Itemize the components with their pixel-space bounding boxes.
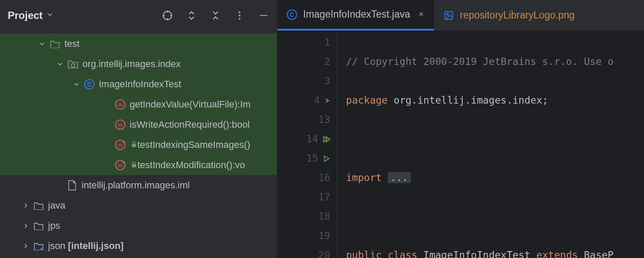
svg-text:m: m — [118, 162, 123, 169]
more-icon[interactable] — [234, 10, 245, 21]
svg-text:m: m — [118, 101, 123, 108]
svg-text:C: C — [290, 11, 294, 18]
tree-row[interactable]: m testIndexingSameImages() — [0, 135, 277, 155]
tree-row[interactable]: mgetIndexValue(VirtualFile):Im — [0, 94, 277, 114]
code-kw: import — [346, 172, 382, 183]
gutter-line[interactable]: 2 — [277, 52, 330, 71]
gutter-line[interactable]: 16 — [277, 168, 330, 187]
collapse-all-icon[interactable] — [210, 10, 221, 21]
folder-green-icon — [49, 40, 61, 48]
expand-arrow-icon[interactable] — [21, 242, 30, 250]
folder-json-icon — [33, 242, 45, 250]
line-number: 19 — [315, 226, 330, 246]
folder-grey-icon — [33, 221, 45, 230]
code-kw: class — [388, 249, 417, 258]
gutter-line[interactable]: 19 — [277, 226, 330, 246]
line-number: 15 — [303, 149, 318, 168]
class-icon: C — [83, 79, 95, 89]
tree-label: test — [64, 38, 79, 49]
svg-point-9 — [71, 64, 75, 67]
sidebar-title[interactable]: Project — [8, 9, 43, 22]
run-gutter-icon[interactable] — [322, 135, 330, 143]
file-icon — [66, 180, 78, 191]
image-icon — [444, 10, 454, 21]
expand-arrow-icon[interactable] — [72, 80, 81, 88]
tree-row[interactable]: org.intellij.images.index — [0, 54, 277, 74]
gutter-line[interactable]: 15 — [277, 149, 330, 168]
tree-row[interactable]: m testIndexModification():vo — [0, 155, 277, 175]
tree-row[interactable]: json [intellij.json] — [0, 236, 277, 256]
expand-arrow-icon[interactable] — [21, 202, 30, 209]
svg-rect-19 — [132, 144, 136, 147]
tab-label: repositoryLibraryLogo.png — [460, 9, 574, 21]
editor-tab[interactable]: CImageInfoIndexTest.java — [277, 0, 434, 31]
svg-point-7 — [239, 18, 240, 19]
expand-arrow-icon[interactable] — [38, 40, 46, 48]
gutter-line[interactable]: 20 — [277, 246, 330, 258]
method-run-icon: m — [114, 140, 126, 150]
tree-label: getIndexValue(VirtualFile):Im — [130, 99, 251, 110]
svg-point-6 — [239, 14, 240, 16]
folder-grey-icon — [33, 201, 45, 210]
gutter-line[interactable]: 18 — [277, 207, 330, 226]
minimize-icon[interactable] — [258, 10, 269, 21]
editor-pane: CImageInfoIndexTest.javarepositoryLibrar… — [277, 0, 644, 258]
method-icon: m — [114, 120, 126, 130]
line-number: 14 — [303, 129, 318, 149]
tree-label: json — [48, 240, 65, 252]
svg-text:C: C — [87, 81, 91, 88]
gutter: 12341314151617181920 — [277, 31, 337, 258]
class-icon: C — [287, 9, 297, 20]
tree-row[interactable]: java — [0, 195, 277, 215]
close-tab-icon[interactable] — [418, 9, 425, 20]
tree-row[interactable]: jps — [0, 215, 277, 236]
gutter-line[interactable]: 4 — [277, 91, 330, 110]
svg-marker-33 — [325, 156, 329, 161]
svg-point-5 — [239, 11, 240, 13]
line-number: 2 — [315, 52, 330, 71]
code[interactable]: // Copyright 2000-2019 JetBrains s.r.o. … — [337, 31, 644, 258]
expand-arrow-icon[interactable] — [21, 222, 30, 230]
tree-label: jps — [48, 220, 60, 231]
project-sidebar: Project — [0, 0, 277, 258]
code-kw: package — [346, 95, 388, 106]
code-text: ImageInfoIndexTest — [423, 249, 530, 258]
tree-row[interactable]: test — [0, 34, 277, 54]
lock-icon — [130, 160, 137, 171]
tree-row[interactable]: intellij.platform.images.iml — [0, 175, 277, 195]
gutter-line[interactable]: 1 — [277, 33, 330, 52]
method-icon: m — [114, 99, 126, 110]
code-text: // Copyright 2000-2019 JetBrains s.r.o. … — [346, 56, 614, 67]
svg-rect-29 — [445, 12, 453, 19]
target-icon[interactable] — [162, 10, 173, 21]
expand-arrow-icon[interactable] — [56, 60, 64, 68]
gutter-line[interactable]: 14 — [277, 129, 330, 149]
tree-label: ImageInfoIndexTest — [99, 79, 181, 90]
line-number: 20 — [315, 246, 330, 258]
tree-row[interactable]: CImageInfoIndexTest — [0, 74, 277, 94]
code-text: BaseP — [584, 249, 614, 258]
line-number: 17 — [315, 187, 330, 207]
run-gutter-icon[interactable] — [322, 155, 330, 163]
svg-text:m: m — [118, 142, 123, 148]
tree-label: testIndexingSameImages() — [137, 139, 250, 150]
gutter-line[interactable]: 17 — [277, 187, 330, 207]
chevron-down-icon[interactable] — [46, 10, 54, 21]
line-number: 18 — [315, 207, 330, 226]
line-number: 3 — [315, 71, 330, 91]
editor-tab[interactable]: repositoryLibraryLogo.png — [434, 0, 584, 31]
tree-label: testIndexModification():vo — [137, 160, 245, 171]
line-number: 16 — [315, 168, 330, 187]
expand-collapse-icon[interactable] — [186, 10, 197, 21]
svg-text:m: m — [118, 122, 123, 128]
svg-point-30 — [447, 13, 448, 15]
tree-row[interactable]: misWriteActionRequired():bool — [0, 114, 277, 135]
fold-indicator[interactable]: ... — [388, 172, 411, 183]
gutter-line[interactable]: 3 — [277, 71, 330, 91]
gutter-line[interactable]: 13 — [277, 110, 330, 129]
line-number: 13 — [315, 110, 330, 129]
fold-gutter-icon[interactable] — [324, 98, 330, 104]
sidebar-header: Project — [0, 0, 277, 31]
lock-icon — [130, 139, 137, 150]
tree-label-extra: [intellij.json] — [68, 240, 124, 252]
